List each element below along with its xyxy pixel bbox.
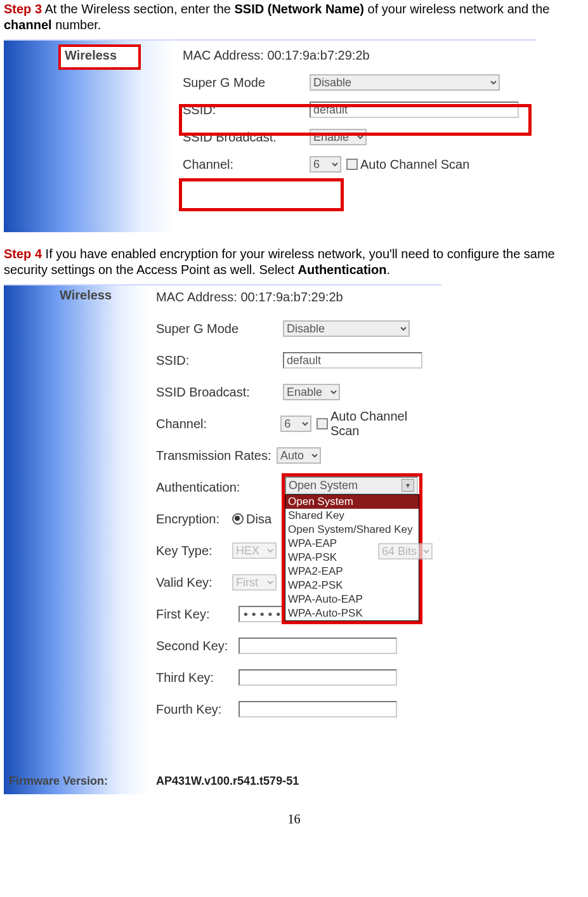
fig2-keytype-select: HEX — [232, 542, 277, 559]
fig2-auth-option[interactable]: WPA2-EAP — [285, 565, 419, 579]
fig1-superg-label: Super G Mode — [183, 75, 310, 90]
step4-text-b: . — [387, 263, 391, 277]
fig2-channel-label: Channel: — [156, 417, 280, 431]
fig2-firmware-label: Firmware Version: — [9, 775, 108, 788]
fig2-k1-label: First Key: — [156, 607, 238, 622]
fig1-channel-select[interactable]: 6 — [310, 156, 341, 173]
fig1-broadcast-select[interactable]: Enable — [310, 129, 367, 145]
step3-paragraph: Step 3 At the Wireless section, enter th… — [4, 1, 584, 33]
step3-text-b: of your wireless network and the — [364, 2, 549, 16]
fig2-ssid-label: SSID: — [156, 353, 283, 368]
fig2-k2-label: Second Key: — [156, 639, 238, 653]
fig2-tx-label: Transmission Rates: — [156, 448, 277, 463]
fig1-mac-address: MAC Address: 00:17:9a:b7:29:2b — [183, 48, 370, 63]
step3-bold-a: SSID (Network Name) — [235, 2, 365, 16]
fig2-superg-label: Super G Mode — [156, 322, 283, 336]
step3-bold-b: channel — [4, 18, 52, 32]
fig2-auth-label: Authentication: — [156, 480, 283, 495]
fig2-enc-label: Encryption: — [156, 512, 232, 527]
fig1-autoscan-label: Auto Channel Scan — [360, 157, 469, 172]
fig2-auth-option[interactable]: WPA-Auto-EAP — [285, 593, 419, 606]
page-number: 16 — [4, 812, 584, 827]
step3-text-c: number. — [52, 18, 101, 32]
fig1-superg-select[interactable]: Disable — [310, 74, 500, 91]
fig2-k3-label: Third Key: — [156, 671, 238, 685]
chevron-down-icon: ▾ — [402, 479, 414, 492]
fig2-firmware-value: AP431W.v100.r541.t579-51 — [156, 775, 299, 788]
fig1-config-area: MAC Address: 00:17:9a:b7:29:2b Super G M… — [183, 44, 530, 182]
fig1-channel-label: Channel: — [183, 157, 310, 172]
fig2-superg-select[interactable]: Disable — [283, 320, 410, 337]
fig2-enc-radio[interactable] — [232, 513, 244, 525]
fig2-auth-selected: Open System — [289, 479, 358, 492]
fig1-ssid-label: SSID: — [183, 103, 310, 117]
fig2-auth-option[interactable]: WPA2-PSK — [285, 579, 419, 593]
fig2-validkey-select: First — [232, 574, 277, 591]
figure-2: Wireless Firmware Version: AP431W.v100.r… — [4, 284, 441, 794]
fig2-enc-value: Disa — [246, 512, 271, 527]
fig2-channel-select[interactable]: 6 — [280, 416, 311, 432]
fig2-auth-select[interactable]: Open System ▾ — [285, 476, 418, 494]
fig2-k4-label: Fourth Key: — [156, 702, 238, 717]
fig2-k4-input[interactable] — [238, 701, 397, 717]
fig1-autoscan-checkbox[interactable] — [346, 159, 358, 170]
step3-text-a: At the Wireless section, enter the — [42, 2, 234, 16]
step3-label: Step 3 — [4, 2, 42, 16]
fig2-broadcast-select[interactable]: Enable — [283, 384, 340, 400]
fig2-wireless-header: Wireless — [60, 288, 112, 303]
fig2-broadcast-label: SSID Broadcast: — [156, 385, 283, 400]
fig2-keysize-select: 64 Bits — [378, 543, 433, 560]
fig2-tx-select[interactable]: Auto — [277, 447, 321, 464]
step4-bold-a: Authentication — [298, 263, 387, 277]
fig1-broadcast-label: SSID Broadcast: — [183, 130, 310, 145]
fig2-keytype-label: Key Type: — [156, 544, 232, 558]
fig2-ssid-input[interactable] — [283, 352, 422, 369]
fig2-mac-address: MAC Address: 00:17:9a:b7:29:2b — [156, 290, 343, 304]
fig2-sidebar — [4, 285, 150, 794]
figure-1: Wireless MAC Address: 00:17:9a:b7:29:2b … — [4, 39, 537, 232]
fig2-autoscan-label: Auto Channel Scan — [330, 409, 438, 438]
fig1-ssid-input[interactable] — [310, 101, 519, 118]
fig2-k2-input[interactable] — [238, 638, 397, 654]
step4-text-a: If you have enabled encryption for your … — [4, 247, 555, 277]
fig2-auth-option[interactable]: WPA-Auto-PSK — [285, 606, 419, 620]
fig1-channel-highlight — [179, 178, 344, 211]
fig1-wireless-header: Wireless — [58, 44, 141, 70]
fig2-validkey-label: Valid Key: — [156, 575, 232, 590]
fig2-k3-input[interactable] — [238, 669, 397, 686]
fig2-auth-option[interactable]: Open System — [285, 495, 419, 509]
fig2-auth-option[interactable]: Open System/Shared Key — [285, 523, 419, 537]
step4-label: Step 4 — [4, 247, 42, 261]
fig2-autoscan-checkbox[interactable] — [317, 418, 328, 429]
fig2-auth-option[interactable]: Shared Key — [285, 509, 419, 523]
step4-paragraph: Step 4 If you have enabled encryption fo… — [4, 246, 584, 278]
